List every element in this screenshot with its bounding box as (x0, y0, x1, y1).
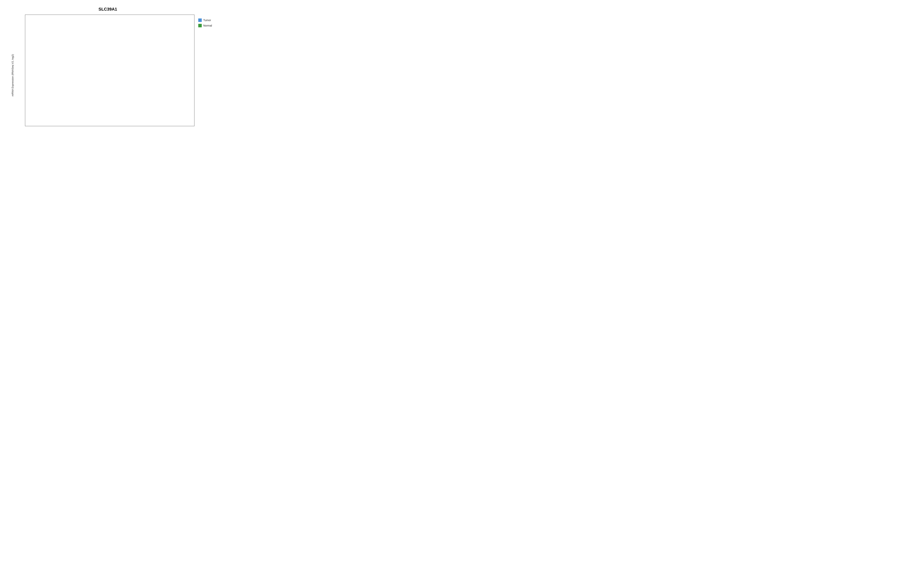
chart-title: SLC39A1 (25, 5, 191, 13)
violin-plot-svg (25, 15, 194, 126)
tumor-label: Tumor (203, 19, 211, 22)
chart-container: SLC39A1 mRNA Expression (RNASeq V2, log2… (10, 5, 221, 139)
plot-box (25, 15, 194, 126)
plot-wrapper (15, 13, 196, 138)
y-axis-label: mRNA Expression (RNASeq V2, log2) (10, 13, 15, 138)
plot-and-legend: Tumor Normal (15, 13, 221, 138)
legend-item-normal: Normal (198, 24, 221, 27)
tumor-swatch (198, 18, 202, 22)
normal-swatch (198, 24, 202, 27)
normal-label: Normal (203, 24, 212, 27)
chart-area: mRNA Expression (RNASeq V2, log2) Tumor … (10, 13, 221, 138)
legend-item-tumor: Tumor (198, 18, 221, 22)
legend: Tumor Normal (196, 13, 221, 138)
